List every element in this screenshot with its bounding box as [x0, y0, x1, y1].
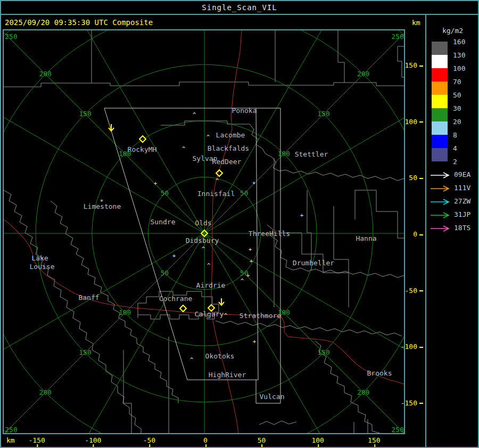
window-title: Single_Scan_VIL [1, 1, 478, 15]
town-marker: * [100, 198, 104, 205]
ring-distance-label: 50 [240, 189, 249, 197]
city-label-blackfalds: Blackfalds [208, 144, 249, 152]
track-legend-row-18TS: 18TS [428, 222, 477, 235]
town-marker: ^ [241, 278, 244, 284]
scan-timestamp: 2025/09/20 09:35:30 UTC Composite [5, 18, 153, 27]
city-label-louise: Louise [30, 263, 55, 271]
scale-value-label: 4 [453, 144, 457, 152]
city-label-stettler: Stettler [295, 150, 328, 158]
town-marker: * [252, 181, 256, 188]
scale-swatch-130 [432, 55, 448, 68]
radar-app-window: Single_Scan_VIL 2025/09/20 09:35:30 UTC … [0, 0, 479, 448]
scale-value-label: 20 [453, 118, 461, 126]
ring-distance-label: 150 [79, 348, 91, 356]
county-boundary-line [161, 121, 250, 125]
right-axis-unit: km [412, 19, 420, 27]
scale-value-label: 100 [453, 64, 465, 72]
right-distance-axis: 150100500-50-100-150 [406, 29, 424, 434]
right-axis-tick-0: 0 [413, 230, 423, 238]
bottom-distance-axis: km -150-100-50050100150 [1, 434, 424, 448]
ring-distance-label: 200 [39, 70, 52, 78]
city-label-hanna: Hanna [356, 234, 376, 242]
scale-value-label: 50 [453, 91, 461, 99]
scale-swatch-4 [432, 148, 448, 161]
scale-value-label: 2 [453, 158, 457, 166]
scale-value-label: 30 [453, 104, 461, 112]
city-label-threehills: ThreeHills [249, 230, 290, 238]
city-label-banff: Banff [78, 294, 99, 302]
track-legend-row-111V: 111V [428, 182, 477, 195]
track-arrow-icon [430, 225, 452, 232]
ring-distance-label: 200 [39, 388, 52, 396]
ring-distance-label: 250 [5, 32, 17, 40]
scale-swatch-30 [432, 108, 448, 121]
city-label-rockymh: RockyMH [128, 145, 157, 153]
bottom-axis-tick--150: -150 [29, 436, 45, 444]
city-label-olds: Olds [195, 219, 211, 227]
city-label-cochrane: Cochrane [159, 295, 193, 303]
track-legend-row-09EA: 09EA [428, 169, 477, 182]
scale-value-label: 160 [453, 38, 465, 46]
town-marker: ^ [182, 145, 186, 152]
bottom-axis-tick--100: -100 [85, 436, 101, 444]
ring-distance-label: 50 [161, 269, 169, 277]
county-boundary-line [259, 421, 296, 425]
scale-value-label: 8 [453, 131, 457, 139]
town-marker: ^ [190, 356, 194, 363]
city-label-didsbury: Didsbury [186, 237, 219, 245]
ring-distance-label: 250 [391, 426, 403, 433]
county-boundary-line [355, 190, 404, 238]
track-arrow-icon [430, 199, 452, 205]
radar-map-canvas[interactable]: 5050505010010010010015015015015020020020… [3, 29, 405, 434]
scale-swatch-100 [432, 68, 448, 82]
town-marker: ^ [193, 111, 196, 118]
bottom-axis-unit: km [6, 436, 15, 444]
ring-distance-label: 100 [278, 150, 290, 158]
town-marker: ^ [202, 246, 205, 252]
town-marker: ^ [216, 177, 219, 184]
right-axis-tick-50: 50 [409, 174, 423, 182]
ring-distance-label: 150 [317, 110, 329, 118]
city-label-okotoks: Okotoks [205, 352, 235, 360]
scale-swatch-50 [432, 95, 448, 108]
scale-swatch-8 [432, 135, 448, 148]
ring-distance-label: 150 [79, 110, 91, 118]
ring-distance-label: 150 [317, 348, 329, 356]
track-legend-row-31JP: 31JP [428, 209, 477, 222]
bottom-axis-tick-0: 0 [203, 436, 208, 444]
town-marker: ^ [207, 134, 210, 141]
bottom-axis-tick-150: 150 [368, 436, 380, 444]
city-label-strathmore: Strathmore [240, 312, 281, 320]
scale-value-label: 70 [453, 78, 461, 86]
county-boundary-line [4, 82, 404, 87]
right-axis-tick-100: 100 [405, 118, 423, 126]
town-marker: + [154, 180, 158, 187]
town-marker: + [253, 338, 257, 345]
town-marker: + [300, 212, 304, 219]
right-axis-tick-150: 150 [405, 61, 423, 69]
county-boundary-line [216, 321, 402, 336]
track-legend-row-27ZW: 27ZW [428, 196, 477, 208]
city-label-reddeer: RedDeer [212, 158, 242, 166]
county-boundary-line [398, 46, 404, 77]
scale-swatch-20 [432, 121, 448, 135]
city-label-vulcan: Vulcan [260, 393, 285, 401]
ring-distance-label: 200 [357, 388, 369, 396]
legend-unit-label: kg/m2 [426, 27, 479, 35]
ring-distance-label: 250 [391, 32, 403, 40]
town-marker: + [250, 258, 253, 265]
right-axis-tick--50: -50 [405, 287, 423, 295]
ring-distance-label: 200 [357, 70, 369, 78]
bottom-axis-tick-100: 100 [311, 436, 324, 444]
ring-distance-label: 250 [5, 426, 17, 433]
right-axis-tick--100: -100 [401, 343, 423, 351]
right-axis-tick--150: -150 [401, 399, 423, 407]
radar-site-diamond [216, 170, 222, 176]
azimuth-radial-120 [45, 30, 204, 233]
storm-motion-arrow [219, 298, 224, 305]
scale-swatch-160 [432, 42, 448, 55]
scale-swatch-70 [432, 82, 448, 95]
scale-value-label: 130 [453, 51, 465, 59]
city-label-sundre: Sundre [151, 218, 176, 226]
track-arrow-icon [430, 212, 452, 218]
